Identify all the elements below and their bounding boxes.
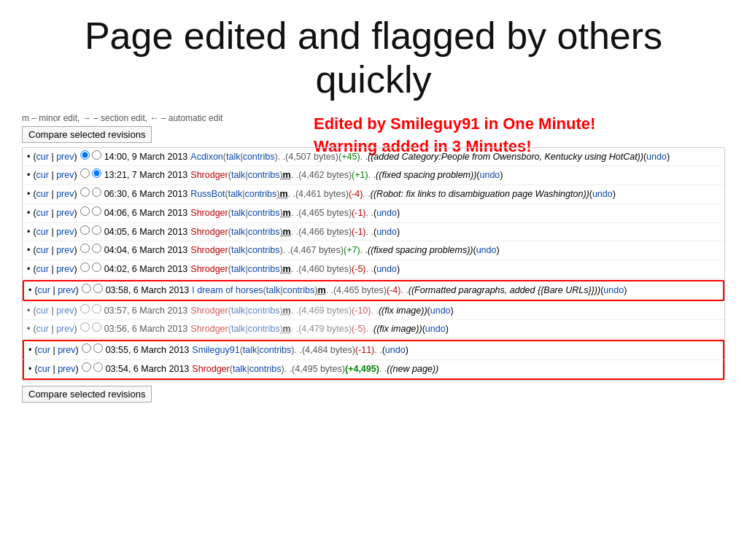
radio-wrap[interactable] (80, 168, 101, 178)
dots: . . (326, 284, 333, 298)
talk-link[interactable]: talk (231, 262, 245, 276)
cur-prev: (cur | prev) (33, 322, 77, 336)
undo-link[interactable]: undo (603, 284, 624, 298)
radio-wrap[interactable] (80, 187, 101, 197)
cur-link[interactable]: cur (38, 285, 50, 295)
cur-link[interactable]: cur (36, 170, 49, 180)
talk-link[interactable]: talk (233, 362, 247, 376)
undo-link[interactable]: undo (385, 343, 406, 357)
radio-wrap[interactable] (82, 362, 103, 372)
contribs-link[interactable]: contribs (260, 343, 292, 357)
undo-link[interactable]: undo (646, 150, 667, 164)
radio-b[interactable] (92, 262, 101, 272)
talk-link[interactable]: talk (226, 150, 240, 164)
radio-wrap[interactable] (80, 262, 101, 272)
talk-link[interactable]: talk (231, 206, 245, 220)
radio-b[interactable] (93, 284, 103, 293)
radio-a[interactable] (82, 343, 91, 353)
compare-btn-top[interactable]: Compare selected revisions (22, 126, 152, 143)
contribs-link[interactable]: contribs (248, 225, 280, 239)
cur-link[interactable]: cur (36, 306, 49, 316)
cur-link[interactable]: cur (36, 227, 49, 237)
radio-a[interactable] (80, 244, 90, 253)
radio-b[interactable] (92, 150, 101, 160)
contribs-link[interactable]: contribs (248, 206, 280, 220)
contribs-link[interactable]: contribs (248, 262, 280, 276)
contribs-link[interactable]: contribs (248, 168, 280, 182)
radio-wrap[interactable] (80, 304, 101, 314)
prev-link[interactable]: prev (56, 170, 74, 180)
undo-link[interactable]: undo (376, 225, 397, 239)
prev-link[interactable]: prev (58, 364, 75, 374)
cur-link[interactable]: cur (36, 152, 49, 162)
prev-link[interactable]: prev (58, 285, 75, 295)
radio-b[interactable] (93, 362, 103, 372)
contribs-link[interactable]: contribs (243, 150, 275, 164)
radio-a[interactable] (80, 206, 90, 216)
talk-link[interactable]: talk (231, 322, 245, 336)
contribs-link[interactable]: contribs (248, 322, 280, 336)
undo-link[interactable]: undo (376, 206, 397, 220)
radio-wrap[interactable] (80, 206, 101, 216)
radio-wrap[interactable] (80, 322, 101, 332)
prev-link[interactable]: prev (56, 208, 74, 218)
prev-link[interactable]: prev (56, 324, 74, 334)
prev-link[interactable]: prev (56, 245, 74, 255)
radio-wrap[interactable] (82, 343, 103, 353)
radio-a[interactable] (80, 168, 90, 178)
cur-link[interactable]: cur (36, 245, 49, 255)
radio-b[interactable] (92, 304, 101, 314)
cur-link[interactable]: cur (36, 208, 49, 218)
radio-a[interactable] (80, 150, 90, 160)
prev-link[interactable]: prev (56, 227, 74, 237)
undo-link[interactable]: undo (376, 262, 397, 276)
talk-link[interactable]: talk (266, 284, 280, 298)
cur-link[interactable]: cur (36, 324, 49, 334)
radio-b[interactable] (92, 187, 101, 197)
contribs-link[interactable]: contribs (248, 304, 280, 318)
radio-a[interactable] (82, 362, 91, 372)
talk-link[interactable]: talk (231, 225, 245, 239)
cur-link[interactable]: cur (36, 264, 49, 274)
undo-link[interactable]: undo (425, 322, 446, 336)
prev-link[interactable]: prev (56, 306, 74, 316)
contribs-link[interactable]: contribs (244, 187, 276, 201)
compare-btn-bottom[interactable]: Compare selected revisions (22, 386, 152, 402)
radio-b[interactable] (92, 168, 101, 178)
undo-link[interactable]: undo (592, 187, 613, 201)
talk-link[interactable]: talk (243, 343, 257, 357)
talk-link[interactable]: talk (228, 187, 242, 201)
radio-wrap[interactable] (80, 225, 101, 235)
radio-a[interactable] (80, 322, 90, 332)
undo-link[interactable]: undo (430, 304, 451, 318)
radio-a[interactable] (80, 187, 90, 197)
cur-link[interactable]: cur (38, 345, 50, 355)
undo-link[interactable]: undo (480, 168, 500, 182)
talk-link[interactable]: talk (231, 304, 245, 318)
radio-b[interactable] (92, 225, 101, 235)
cur-link[interactable]: cur (36, 189, 49, 199)
radio-a[interactable] (80, 262, 90, 272)
prev-link[interactable]: prev (56, 152, 74, 162)
radio-a[interactable] (80, 304, 90, 314)
radio-wrap[interactable] (80, 244, 101, 253)
radio-b[interactable] (92, 322, 101, 332)
radio-b[interactable] (92, 206, 101, 216)
talk-link[interactable]: talk (231, 168, 245, 182)
radio-a[interactable] (80, 225, 90, 235)
prev-link[interactable]: prev (58, 345, 75, 355)
radio-b[interactable] (93, 343, 103, 353)
radio-b[interactable] (92, 244, 101, 253)
contribs-link[interactable]: contribs (248, 244, 280, 257)
prev-link[interactable]: prev (56, 264, 74, 274)
cur-link[interactable]: cur (38, 364, 50, 374)
talk-link[interactable]: talk (231, 244, 245, 257)
contribs-link[interactable]: contribs (282, 284, 314, 298)
radio-a[interactable] (82, 284, 91, 293)
prev-link[interactable]: prev (56, 189, 74, 199)
contribs-link[interactable]: contribs (249, 362, 282, 376)
radio-wrap[interactable] (80, 150, 101, 160)
username: Shrodger (190, 244, 228, 257)
radio-wrap[interactable] (82, 284, 103, 293)
undo-link[interactable]: undo (476, 244, 497, 257)
